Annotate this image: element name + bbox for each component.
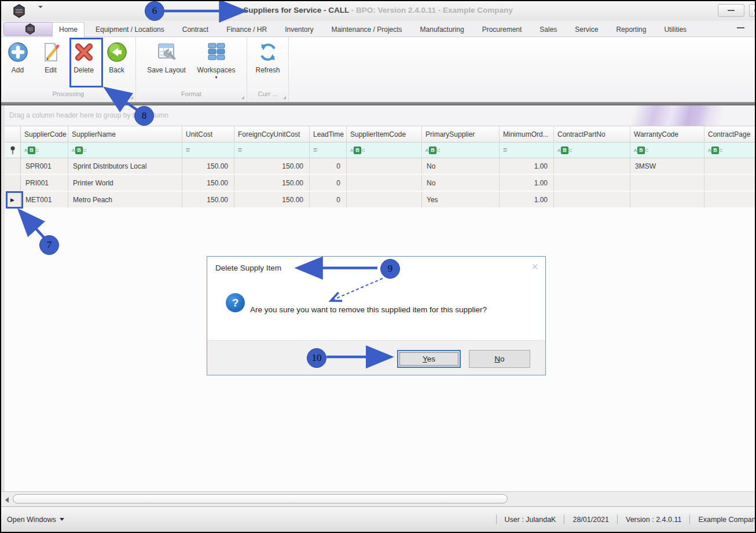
column-header-warrantycode[interactable]: WarrantyCode: [630, 126, 704, 142]
title-bar: Suppliers for Service - CALL - BPO: Vers…: [1, 1, 755, 21]
group-by-panel[interactable]: Drag a column header here to group by th…: [5, 105, 755, 126]
tab-finance-hr[interactable]: Finance / HR: [219, 22, 274, 37]
horizontal-scrollbar[interactable]: [1, 491, 755, 506]
grid-cell[interactable]: 150.00: [234, 192, 310, 207]
dialog-close-icon[interactable]: ×: [531, 260, 538, 273]
tab-inventory[interactable]: Inventory: [278, 22, 320, 37]
column-header-suppliername[interactable]: SupplierName: [68, 126, 182, 142]
tab-contract[interactable]: Contract: [175, 22, 215, 37]
add-button[interactable]: Add: [1, 39, 34, 89]
filter-cell-foreignccyunitcost[interactable]: =: [234, 143, 310, 158]
column-header-leadtime[interactable]: LeadTime: [310, 126, 347, 142]
scroll-left-icon[interactable]: [5, 497, 9, 503]
tab-sales[interactable]: Sales: [533, 22, 564, 37]
grid-cell[interactable]: [347, 158, 422, 174]
column-header-unitcost[interactable]: UnitCost: [182, 126, 234, 142]
filter-cell-minimumord[interactable]: =: [500, 143, 554, 158]
delete-button[interactable]: Delete: [67, 39, 100, 89]
column-header-foreignccyunitcost[interactable]: ForeignCcyUnitCost: [234, 126, 310, 142]
column-header-contractpage[interactable]: ContractPage: [704, 126, 755, 142]
grid-cell[interactable]: SPR001: [21, 158, 68, 174]
filter-cell-suppliercode[interactable]: ABC: [21, 143, 68, 158]
filter-cell-suppliername[interactable]: ABC: [68, 143, 182, 158]
row-indicator-cell[interactable]: [5, 175, 21, 191]
grid-cell[interactable]: [554, 175, 630, 191]
yes-button[interactable]: Yes: [397, 350, 461, 368]
tab-manufacturing[interactable]: Manufacturing: [413, 22, 471, 37]
table-row-pri001[interactable]: PRI001Printer World150.00150.000No1.00: [5, 175, 755, 192]
row-indicator-cell[interactable]: [5, 158, 21, 174]
tab-service[interactable]: Service: [568, 22, 605, 37]
grid-cell[interactable]: [630, 192, 704, 207]
grid-cell[interactable]: No: [422, 175, 500, 191]
grid-cell[interactable]: 1.00: [500, 192, 554, 207]
grid-cell[interactable]: [704, 192, 755, 207]
grid-cell[interactable]: [347, 192, 422, 207]
column-header-suppliercode[interactable]: SupplierCode: [21, 126, 68, 142]
application-menu-button[interactable]: [3, 22, 57, 36]
workspaces-button[interactable]: Workspaces ▾: [192, 39, 241, 89]
grid-cell[interactable]: 150.00: [182, 158, 234, 174]
back-button[interactable]: Back: [100, 39, 133, 89]
back-icon: [105, 41, 129, 64]
tab-reporting[interactable]: Reporting: [609, 22, 653, 37]
open-windows-button[interactable]: Open Windows: [7, 507, 64, 532]
group-label-format: Format: [137, 89, 245, 101]
grid-cell[interactable]: [704, 158, 755, 174]
grid-cell[interactable]: [554, 158, 630, 174]
save-layout-button[interactable]: Save Layout: [142, 39, 192, 89]
grid-cell[interactable]: 150.00: [234, 158, 310, 174]
abc-filter-icon: ABC: [425, 147, 441, 154]
grid-cell[interactable]: 0: [310, 175, 347, 191]
grid-cell[interactable]: Sprint Distributors Local: [68, 158, 182, 174]
tab-maintenance-projects[interactable]: Maintenance / Projects: [325, 22, 409, 37]
filter-cell-supplieritemcode[interactable]: ABC: [347, 143, 422, 158]
filter-cell-contractpartno[interactable]: ABC: [554, 143, 630, 158]
grid-cell[interactable]: MET001: [21, 192, 68, 207]
grid-cell[interactable]: 1.00: [500, 158, 554, 174]
ribbon-tabs: HomeEquipment / LocationsContractFinance…: [52, 22, 698, 37]
grid-cell[interactable]: 0: [310, 192, 347, 207]
refresh-button[interactable]: Refresh: [251, 39, 284, 89]
grid-cell[interactable]: No: [422, 158, 500, 174]
table-row-spr001[interactable]: SPR001Sprint Distributors Local150.00150…: [5, 158, 755, 175]
grid-cell[interactable]: PRI001: [21, 175, 68, 191]
column-header-supplieritemcode[interactable]: SupplierItemCode: [347, 126, 422, 142]
grid-cell[interactable]: Metro Peach: [68, 192, 182, 207]
grid-cell[interactable]: Yes: [422, 192, 500, 207]
table-row-met001[interactable]: ▶MET001Metro Peach150.00150.000Yes1.00: [5, 192, 755, 209]
minimize-button[interactable]: [718, 4, 744, 17]
grid-cell[interactable]: 3MSW: [630, 158, 704, 174]
filter-cell-primarysupplier[interactable]: ABC: [422, 143, 500, 158]
tab-equipment-locations[interactable]: Equipment / Locations: [89, 22, 171, 37]
grid-cell[interactable]: 150.00: [234, 175, 310, 191]
grid-cell[interactable]: 0: [310, 158, 347, 174]
abc-filter-icon: ABC: [634, 147, 649, 154]
grid-cell[interactable]: Printer World: [68, 175, 182, 191]
tab-home[interactable]: Home: [52, 22, 85, 37]
grid-cell[interactable]: 150.00: [182, 192, 234, 207]
no-button[interactable]: No: [469, 350, 530, 368]
grid-cell[interactable]: [630, 175, 704, 191]
column-header-primarysupplier[interactable]: PrimarySupplier: [422, 126, 500, 142]
scrollbar-thumb[interactable]: [13, 494, 508, 503]
tab-procurement[interactable]: Procurement: [475, 22, 529, 37]
column-header-minimumord[interactable]: MinimumOrd...: [500, 126, 554, 142]
filter-cell-warrantycode[interactable]: ABC: [630, 143, 704, 158]
filter-cell-leadtime[interactable]: =: [310, 143, 347, 158]
column-header-contractpartno[interactable]: ContractPartNo: [554, 126, 630, 142]
row-indicator-cell[interactable]: ▶: [5, 192, 21, 207]
filter-indicator-cell[interactable]: [5, 143, 21, 158]
filter-cell-contractpage[interactable]: ABC: [704, 143, 755, 158]
tab-utilities[interactable]: Utilities: [657, 22, 693, 37]
edit-button[interactable]: Edit: [34, 39, 67, 89]
minimize-ribbon-icon[interactable]: [737, 27, 744, 28]
grid-cell[interactable]: 1.00: [500, 175, 554, 191]
grid-cell[interactable]: 150.00: [182, 175, 234, 191]
add-label: Add: [12, 66, 24, 74]
grid-cell[interactable]: [347, 175, 422, 191]
grid-cell[interactable]: [554, 192, 630, 207]
grid-cell[interactable]: [704, 175, 755, 191]
maximize-button[interactable]: [749, 4, 756, 17]
filter-cell-unitcost[interactable]: =: [182, 143, 234, 158]
